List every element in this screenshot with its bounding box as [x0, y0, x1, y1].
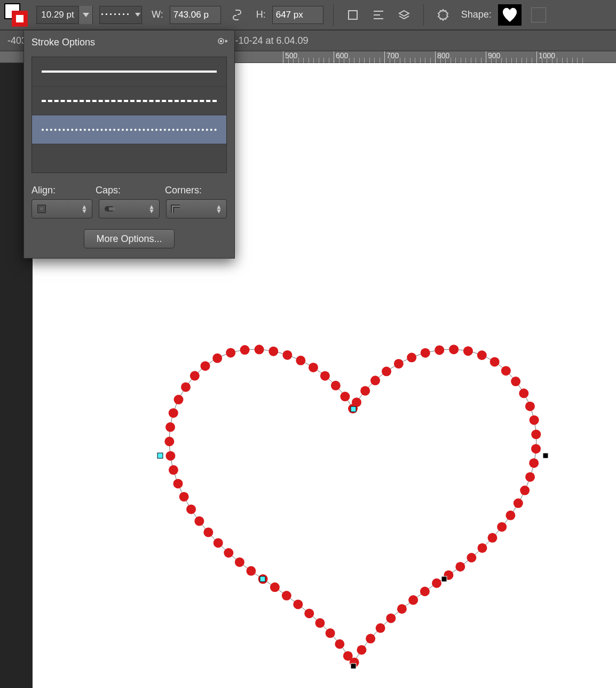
svg-point-64: [520, 486, 530, 495]
svg-point-36: [235, 557, 244, 567]
svg-point-84: [360, 386, 370, 396]
svg-point-29: [173, 479, 183, 488]
svg-point-7: [441, 13, 445, 17]
svg-point-26: [164, 436, 174, 446]
align-center-icon: [36, 204, 47, 214]
stroke-preset-dashed[interactable]: [32, 86, 226, 115]
svg-point-17: [240, 345, 250, 355]
panel-menu-button[interactable]: [216, 36, 228, 49]
stroke-options-panel: Stroke Options Align: Caps: Corners: ▲▼ …: [23, 30, 235, 259]
svg-point-81: [394, 359, 404, 369]
heart-icon: [501, 7, 519, 23]
svg-point-87: [220, 41, 222, 42]
svg-point-39: [270, 582, 280, 592]
more-options-button[interactable]: More Options...: [84, 229, 174, 248]
stroke-style-preview-icon: ·······: [101, 9, 131, 20]
settings-button[interactable]: [433, 5, 453, 25]
caps-select[interactable]: ▲▼: [99, 199, 160, 218]
svg-point-77: [449, 345, 459, 354]
anchor-point[interactable]: [441, 576, 447, 582]
svg-point-83: [370, 376, 380, 385]
svg-point-13: [296, 356, 305, 365]
shape-extra-button[interactable]: [531, 7, 546, 22]
link-wh-toggle[interactable]: [227, 5, 247, 25]
svg-marker-0: [83, 13, 89, 17]
fill-stroke-swatch[interactable]: [4, 3, 28, 27]
arrange-button[interactable]: [394, 5, 414, 25]
anchor-point[interactable]: [157, 453, 163, 458]
divider: [423, 4, 424, 26]
stepper-icon: ▲▼: [81, 205, 88, 213]
svg-point-52: [397, 604, 407, 614]
svg-point-76: [463, 346, 473, 356]
anchor-point[interactable]: [351, 663, 356, 669]
svg-point-21: [190, 371, 200, 381]
corners-select[interactable]: ▲▼: [166, 199, 227, 218]
svg-point-70: [525, 402, 535, 411]
svg-point-40: [282, 591, 291, 600]
svg-point-12: [309, 363, 318, 372]
svg-point-24: [169, 408, 178, 418]
svg-point-14: [282, 350, 292, 360]
stroke-preset-solid[interactable]: [32, 57, 226, 86]
svg-point-75: [477, 350, 487, 360]
svg-point-62: [506, 511, 515, 520]
align-select[interactable]: ▲▼: [31, 199, 92, 218]
svg-point-54: [420, 587, 430, 596]
svg-point-23: [173, 395, 183, 404]
svg-point-66: [529, 458, 539, 468]
stroke-preset-empty[interactable]: [32, 144, 226, 173]
height-field[interactable]: [272, 6, 323, 24]
svg-point-65: [525, 472, 535, 482]
chevron-down-icon: [83, 13, 89, 17]
svg-point-35: [224, 548, 233, 558]
ruler-tick: 500: [283, 51, 297, 63]
width-input[interactable]: [173, 10, 217, 20]
pathop-new-button[interactable]: [343, 5, 362, 25]
svg-point-58: [467, 553, 476, 562]
svg-point-25: [165, 423, 175, 432]
width-field[interactable]: [170, 6, 221, 24]
svg-marker-6: [399, 11, 409, 16]
anchor-point[interactable]: [543, 453, 548, 458]
align-button[interactable]: [369, 5, 388, 25]
svg-point-9: [340, 392, 350, 401]
svg-point-19: [212, 354, 222, 363]
shape-picker[interactable]: [498, 4, 522, 26]
stepper-icon: ▲▼: [216, 205, 222, 213]
dotted-line-icon: [42, 129, 217, 131]
corners-label: Corners:: [165, 185, 202, 196]
align-label: Align:: [31, 185, 96, 196]
svg-point-16: [255, 345, 264, 354]
stroke-width-input[interactable]: [37, 10, 78, 20]
stroke-swatch[interactable]: [12, 11, 28, 27]
shape-label: Shape:: [461, 9, 492, 20]
svg-point-69: [530, 415, 539, 425]
svg-point-68: [531, 429, 541, 439]
svg-point-55: [432, 578, 441, 588]
ruler-tick: 800: [435, 51, 449, 63]
anchor-point[interactable]: [260, 576, 265, 582]
dashed-line-icon: [42, 100, 217, 102]
svg-point-72: [511, 377, 520, 386]
stroke-preset-dotted[interactable]: [32, 115, 226, 144]
svg-point-78: [435, 345, 444, 355]
svg-point-50: [376, 623, 385, 633]
stroke-width-dropdown[interactable]: [78, 6, 92, 24]
height-input[interactable]: [276, 10, 320, 20]
stroke-width-field[interactable]: [36, 6, 93, 24]
svg-point-48: [357, 645, 366, 655]
svg-point-53: [408, 595, 418, 605]
shape-heart[interactable]: [150, 341, 556, 688]
svg-rect-89: [38, 205, 45, 213]
svg-point-10: [331, 381, 341, 390]
options-bar: ······· W: H: Shape:: [0, 0, 616, 30]
panel-title: Stroke Options: [31, 37, 95, 48]
layers-icon: [398, 10, 410, 20]
anchor-point[interactable]: [351, 406, 356, 412]
svg-point-45: [335, 639, 344, 649]
solid-line-icon: [42, 71, 217, 73]
stroke-style-dropdown[interactable]: ·······: [99, 6, 142, 24]
square-icon: [348, 10, 358, 20]
svg-point-32: [194, 517, 204, 526]
